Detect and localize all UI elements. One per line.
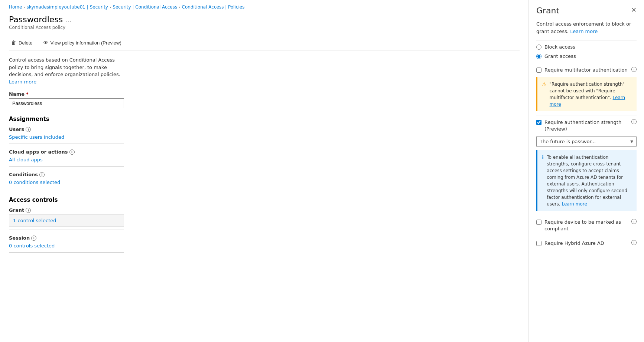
mfa-info-icon[interactable]: i — [631, 67, 637, 72]
access-controls-section-title: Access controls — [9, 197, 124, 205]
main-content: Home › skymadesimpleyoutube01 | Security… — [0, 0, 529, 342]
mfa-checkbox-label: Require multifactor authentication — [544, 67, 628, 73]
page-title: Passwordless — [9, 15, 63, 24]
description-learn-more[interactable]: Learn more — [9, 79, 36, 85]
grant-field-group: Grant i 1 control selected — [9, 207, 124, 230]
grant-learn-more[interactable]: Learn more — [570, 29, 598, 34]
conditions-info-icon[interactable]: i — [39, 172, 45, 177]
grant-label: Grant i — [9, 207, 124, 213]
grant-panel-description: Control access enforcement to block or g… — [536, 20, 637, 35]
view-policy-label: View policy information (Preview) — [51, 40, 121, 46]
auth-strength-dropdown[interactable]: The future is passwor... ▼ — [536, 137, 637, 147]
conditions-label: Conditions i — [9, 172, 124, 177]
info-box-learn-more[interactable]: Learn more — [562, 201, 587, 207]
toolbar: 🗑 Delete 👁 View policy information (Prev… — [9, 35, 520, 50]
session-divider — [9, 252, 124, 253]
mfa-checkbox[interactable] — [536, 68, 541, 73]
breadcrumb-sep-1: › — [23, 5, 25, 10]
panel-divider-1 — [536, 40, 637, 40]
users-value[interactable]: Specific users included — [9, 134, 124, 141]
auth-strength-label: Require authentication strength (Preview… — [544, 119, 628, 132]
grant-panel-title: Grant — [536, 6, 559, 15]
panel-divider-4 — [536, 215, 637, 215]
users-label: Users i — [9, 126, 124, 132]
cloud-apps-divider — [9, 166, 124, 167]
block-access-radio[interactable] — [536, 45, 541, 50]
hybrid-ad-checkbox-label: Require Hybrid Azure AD — [544, 240, 604, 247]
grant-info-icon[interactable]: i — [26, 208, 31, 213]
breadcrumb-sep-2: › — [110, 5, 111, 10]
grant-panel: Grant ✕ Control access enforcement to bl… — [529, 0, 644, 342]
assignments-section-title: Assignments — [9, 116, 124, 124]
session-label: Session i — [9, 235, 124, 241]
users-divider — [9, 144, 124, 144]
hybrid-ad-info-icon[interactable]: i — [631, 240, 637, 245]
hybrid-ad-checkbox[interactable] — [536, 241, 541, 246]
users-field-group: Users i Specific users included — [9, 126, 124, 144]
grant-panel-header: Grant ✕ — [536, 6, 637, 15]
info-circle-icon: ℹ — [542, 154, 544, 207]
page-subtitle: Conditional Access policy — [9, 25, 520, 30]
delete-label: Delete — [19, 40, 33, 46]
grant-panel-close-button[interactable]: ✕ — [631, 6, 637, 14]
grant-value-row[interactable]: 1 control selected — [9, 214, 124, 227]
hybrid-ad-checkbox-row: Require Hybrid Azure AD i — [536, 240, 637, 247]
warning-triangle-icon: ⚠ — [542, 81, 547, 108]
warning-text: "Require authentication strength" cannot… — [550, 81, 632, 108]
session-info-icon[interactable]: i — [31, 236, 36, 241]
page-title-container: Passwordless ... — [9, 15, 520, 24]
grant-access-label: Grant access — [544, 53, 576, 59]
more-options-icon[interactable]: ... — [66, 16, 71, 23]
users-info-icon[interactable]: i — [26, 127, 31, 132]
warning-box: ⚠ "Require authentication strength" cann… — [536, 77, 637, 111]
view-policy-icon: 👁 — [43, 40, 48, 46]
grant-access-option[interactable]: Grant access — [536, 53, 637, 59]
panel-divider-2 — [536, 63, 637, 63]
breadcrumb-conditional-access[interactable]: Security | Conditional Access — [113, 4, 177, 10]
session-field-group: Session i 0 controls selected — [9, 235, 124, 253]
conditions-value[interactable]: 0 conditions selected — [9, 179, 124, 186]
name-field-group: Name * — [9, 91, 124, 108]
name-label: Name * — [9, 91, 124, 97]
delete-button[interactable]: 🗑 Delete — [9, 38, 35, 47]
conditions-divider — [9, 189, 124, 189]
cloud-apps-label: Cloud apps or actions i — [9, 149, 124, 155]
delete-icon: 🗑 — [11, 40, 16, 46]
block-access-label: Block access — [544, 44, 575, 50]
breadcrumb-home[interactable]: Home — [9, 4, 22, 10]
description-text: Control access based on Conditional Acce… — [9, 57, 120, 77]
info-box: ℹ To enable all authentication strengths… — [536, 150, 637, 211]
cloud-apps-field-group: Cloud apps or actions i All cloud apps — [9, 149, 124, 167]
compliant-checkbox[interactable] — [536, 220, 541, 225]
panel-divider-5 — [536, 236, 637, 236]
compliant-checkbox-label: Require device to be marked as compliant — [544, 219, 628, 232]
mfa-checkbox-row: Require multifactor authentication i — [536, 67, 637, 73]
name-input[interactable] — [9, 98, 124, 108]
cloud-apps-value[interactable]: All cloud apps — [9, 156, 124, 163]
breadcrumb-security[interactable]: skymadesimpleyoutube01 | Security — [27, 4, 108, 10]
chevron-down-icon: ▼ — [630, 139, 633, 144]
view-policy-button[interactable]: 👁 View policy information (Preview) — [41, 38, 124, 47]
policy-description: Control access based on Conditional Acce… — [9, 56, 124, 85]
auth-strength-info-icon[interactable]: i — [631, 119, 637, 124]
session-value[interactable]: 0 controls selected — [9, 242, 124, 249]
grant-access-radio[interactable] — [536, 54, 541, 59]
auth-strength-checkbox[interactable] — [536, 120, 541, 125]
auth-strength-checkbox-row: Require authentication strength (Preview… — [536, 119, 637, 132]
panel-divider-3 — [536, 115, 637, 115]
grant-divider — [9, 230, 124, 230]
breadcrumb-sep-3: › — [179, 5, 180, 10]
breadcrumb-policies[interactable]: Conditional Access | Policies — [182, 4, 245, 10]
cloud-apps-info-icon[interactable]: i — [69, 149, 75, 155]
info-box-text: To enable all authentication strengths, … — [547, 154, 632, 207]
compliant-info-icon[interactable]: i — [631, 219, 637, 224]
dropdown-value: The future is passwor... — [540, 139, 596, 144]
block-access-option[interactable]: Block access — [536, 44, 637, 50]
name-required: * — [26, 91, 29, 97]
compliant-checkbox-row: Require device to be marked as compliant… — [536, 219, 637, 232]
breadcrumb: Home › skymadesimpleyoutube01 | Security… — [9, 4, 520, 10]
conditions-field-group: Conditions i 0 conditions selected — [9, 172, 124, 189]
grant-value[interactable]: 1 control selected — [13, 218, 120, 223]
